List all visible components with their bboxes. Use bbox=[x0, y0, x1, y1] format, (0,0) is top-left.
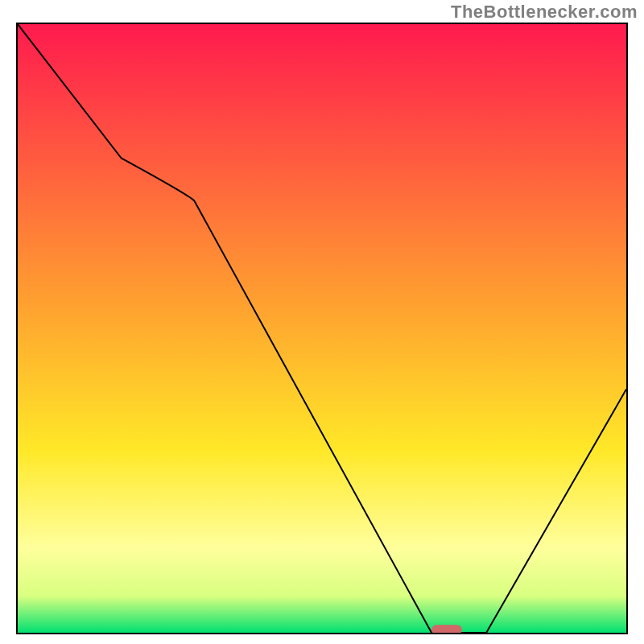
watermark-text: TheBottlenecker.com bbox=[451, 2, 638, 23]
chart-container: TheBottlenecker.com bbox=[0, 0, 644, 644]
chart-frame bbox=[16, 23, 628, 634]
gradient-background bbox=[18, 24, 626, 633]
marker-rect bbox=[431, 625, 462, 633]
chart-svg bbox=[18, 24, 626, 633]
